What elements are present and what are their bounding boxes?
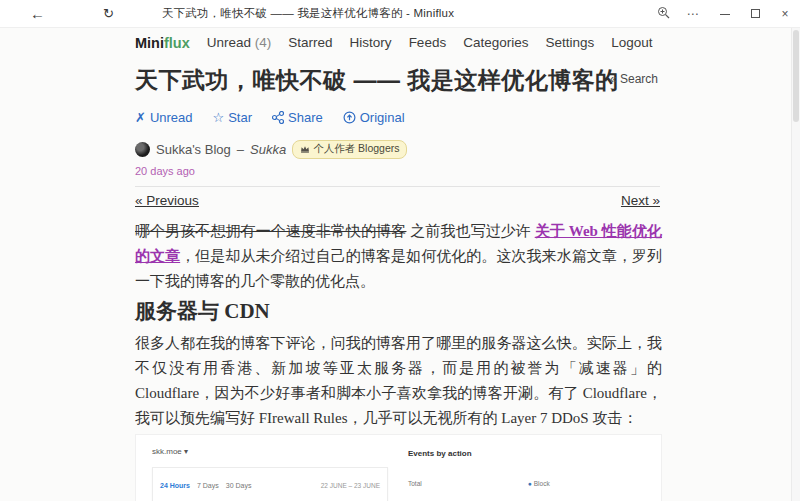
unread-count: (4) xyxy=(255,35,272,50)
category-badge-label: 个人作者 Bloggers xyxy=(313,142,399,156)
date-range: 22 JUNE – 23 JUNE xyxy=(321,473,380,498)
prev-chevron: « xyxy=(135,193,146,208)
close-button[interactable]: × xyxy=(770,7,800,21)
prev-label: Previous xyxy=(146,193,199,208)
share-action-label: Share xyxy=(288,110,323,125)
scrollbar[interactable] xyxy=(791,28,800,501)
toggle-unread-button[interactable]: ✗ Unread xyxy=(135,110,193,125)
main-nav: Miniflux Unread (4) Starred History Feed… xyxy=(135,33,660,52)
original-link[interactable]: Original xyxy=(343,110,405,125)
nav-settings[interactable]: Settings xyxy=(545,35,594,50)
analytics-right-panel: Events by action Total 1.16M ● Block 1.1… xyxy=(396,435,661,501)
feed-avatar xyxy=(135,142,150,157)
analytics-left-panel: skk.moe ▾ 24 Hours 7 Days 30 Days 22 JUN… xyxy=(136,435,396,501)
tab-7-days[interactable]: 7 Days xyxy=(197,473,219,498)
divider xyxy=(135,186,660,187)
share-button[interactable]: Share xyxy=(272,110,323,125)
original-action-label: Original xyxy=(360,110,405,125)
cloudflare-analytics-image: skk.moe ▾ 24 Hours 7 Days 30 Days 22 JUN… xyxy=(135,434,662,501)
star-icon: ☆ xyxy=(213,110,225,125)
external-link-icon xyxy=(343,111,356,124)
entry-meta: Sukka's Blog – Sukka 个人作者 Bloggers xyxy=(135,141,660,158)
tab-30-days[interactable]: 30 Days xyxy=(226,473,252,498)
nav-history[interactable]: History xyxy=(350,35,392,50)
events-stats: Total 1.16M ● Block 1.16M xyxy=(408,471,655,501)
analytics-card: 24 Hours 7 Days 30 Days 22 JUNE – 23 JUN… xyxy=(152,467,388,501)
entry-timestamp: 20 days ago xyxy=(135,165,660,177)
section-heading-cdn: 服务器与 CDN xyxy=(135,299,662,324)
paragraph-1-text: 之前我也写过少许 xyxy=(406,223,534,239)
nav-unread-label: Unread xyxy=(207,35,251,50)
paragraph-1: 哪个男孩不想拥有一个速度非常快的博客 之前我也写过少许 关于 Web 性能优化的… xyxy=(135,219,662,294)
nav-feeds[interactable]: Feeds xyxy=(409,35,447,50)
events-block-label: ● Block xyxy=(528,471,648,496)
nav-categories[interactable]: Categories xyxy=(463,35,528,50)
next-label: Next xyxy=(621,193,649,208)
events-by-action-title: Events by action xyxy=(408,441,655,466)
back-icon[interactable]: ← xyxy=(30,6,45,21)
star-button[interactable]: ☆ Star xyxy=(213,110,253,125)
scrollbar-thumb[interactable] xyxy=(793,30,799,122)
block-label-text: Block xyxy=(532,480,550,487)
range-tabs: 24 Hours 7 Days 30 Days 22 JUNE – 23 JUN… xyxy=(160,473,380,498)
tab-title: 天下武功，唯快不破 —— 我是这样优化博客的 - Miniflux xyxy=(162,6,454,21)
maximize-button[interactable] xyxy=(740,7,770,21)
maximize-icon xyxy=(751,9,760,18)
next-link[interactable]: Next » xyxy=(621,193,660,209)
refresh-icon[interactable]: ↻ xyxy=(103,7,114,20)
next-chevron: » xyxy=(649,193,660,208)
logo-flux: flux xyxy=(164,35,190,51)
events-total-label: Total xyxy=(408,471,528,496)
tab-24-hours[interactable]: 24 Hours xyxy=(160,473,190,498)
cross-icon: ✗ xyxy=(135,110,146,125)
site-selector: skk.moe ▾ xyxy=(136,437,396,467)
star-action-label: Star xyxy=(228,110,252,125)
browser-window: ← ↻ 天下武功，唯快不破 —— 我是这样优化博客的 - Miniflux ⋯ … xyxy=(0,0,800,501)
logo-mini: Mini xyxy=(135,35,164,51)
nav-unread[interactable]: Unread (4) xyxy=(207,35,272,50)
minimize-button[interactable] xyxy=(710,7,740,21)
search-link[interactable]: « Search xyxy=(610,72,658,86)
share-icon xyxy=(272,111,284,124)
entry-content: 哪个男孩不想拥有一个速度非常快的博客 之前我也写过少许 关于 Web 性能优化的… xyxy=(135,219,662,501)
miniflux-page: Miniflux Unread (4) Starred History Feed… xyxy=(0,28,660,501)
minimize-icon xyxy=(720,14,730,15)
crown-icon xyxy=(300,145,310,153)
nav-starred[interactable]: Starred xyxy=(288,35,332,50)
page-title: 天下武功，唯快不破 —— 我是这样优化博客的 xyxy=(135,65,660,96)
entry-pagination: « Previous Next » xyxy=(135,193,660,209)
unread-action-label: Unread xyxy=(150,110,193,125)
zoom-in-icon[interactable] xyxy=(650,6,676,22)
previous-link[interactable]: « Previous xyxy=(135,193,199,209)
strikethrough-text: 哪个男孩不想拥有一个速度非常快的博客 xyxy=(135,223,406,239)
author-name: Sukka xyxy=(250,142,286,157)
entry-actions: ✗ Unread ☆ Star Share xyxy=(135,109,660,126)
feed-link[interactable]: Sukka's Blog xyxy=(156,142,231,157)
category-badge[interactable]: 个人作者 Bloggers xyxy=(292,140,407,159)
paragraph-2: 很多人都在我的博客下评论，问我的博客用了哪里的服务器这么快。实际上，我不仅没有用… xyxy=(135,331,662,431)
browser-titlebar: ← ↻ 天下武功，唯快不破 —— 我是这样优化博客的 - Miniflux ⋯ … xyxy=(0,0,800,28)
miniflux-logo[interactable]: Miniflux xyxy=(135,35,190,51)
magnifier-plus-icon xyxy=(657,6,670,19)
author-separator: – xyxy=(237,142,244,157)
more-menu-icon[interactable]: ⋯ xyxy=(676,7,710,21)
paragraph-1-tail: ，但是却从未介绍过自己的博客是如何优化的。这次我来水篇文章，罗列一下我的博客的几… xyxy=(135,248,662,289)
nav-logout[interactable]: Logout xyxy=(611,35,652,50)
